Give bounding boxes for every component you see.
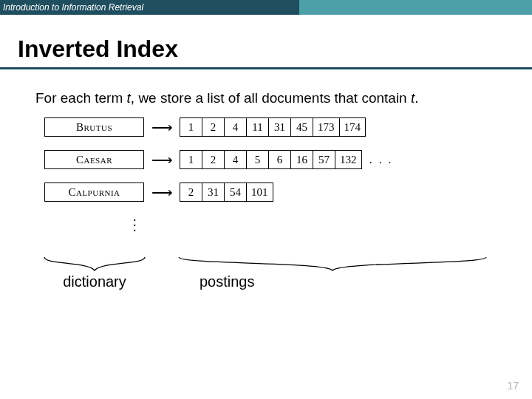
header-accent (299, 0, 532, 15)
posting-cell: 11 (246, 117, 268, 137)
index-rows: Brutus ⟶ 1 2 4 11 31 45 173 174 Caesar ⟶… (44, 117, 532, 231)
desc-part2: , we store a list of all documents that … (131, 90, 411, 106)
posting-cell: 6 (268, 150, 290, 169)
term-box: Caesar (44, 150, 144, 169)
header-bar: Introduction to Information Retrieval (0, 0, 532, 15)
slide-title: Inverted Index (18, 35, 532, 63)
posting-cell: 173 (313, 117, 339, 137)
brace-icon (177, 256, 488, 272)
posting-cell: 2 (202, 150, 224, 169)
posting-cell: 4 (224, 150, 246, 169)
desc-part1: For each term (35, 90, 127, 106)
dictionary-label: dictionary (63, 273, 126, 290)
posting-list: 1 2 4 11 31 45 173 174 (180, 117, 366, 137)
index-row: Calpurnia ⟶ 2 31 54 101 (44, 182, 532, 202)
posting-cell: 2 (180, 183, 202, 202)
posting-cell: 4 (224, 117, 246, 137)
description: For each term t, we store a list of all … (35, 90, 532, 106)
dictionary-brace: dictionary (43, 256, 146, 290)
posting-cell: 54 (224, 183, 246, 202)
course-title: Introduction to Information Retrieval (3, 2, 143, 13)
term-box: Calpurnia (44, 183, 144, 202)
desc-part3: . (415, 90, 418, 106)
posting-cell: 1 (180, 117, 202, 137)
posting-list: 1 2 4 5 6 16 57 132 (180, 150, 362, 169)
posting-cell: 16 (290, 150, 313, 169)
index-row: Caesar ⟶ 1 2 4 5 6 16 57 132 . . . (44, 149, 532, 170)
posting-cell: 31 (202, 183, 224, 202)
posting-cell: 2 (202, 117, 224, 137)
posting-cell: 57 (313, 150, 335, 169)
arrow-icon: ⟶ (144, 151, 180, 168)
term-box: Brutus (44, 117, 144, 137)
posting-cell: 5 (246, 150, 268, 169)
brace-icon (43, 256, 146, 272)
title-underline (0, 67, 532, 69)
index-row: Brutus ⟶ 1 2 4 11 31 45 173 174 (44, 117, 532, 137)
postings-label: postings (200, 273, 255, 290)
posting-cell: 132 (335, 150, 362, 169)
brace-row: dictionary postings (43, 256, 532, 290)
arrow-icon: ⟶ (144, 183, 180, 201)
posting-cell: 1 (180, 150, 202, 169)
posting-cell: 31 (268, 117, 290, 137)
posting-cell: 174 (339, 117, 366, 137)
posting-cell: 45 (290, 117, 313, 137)
posting-list: 2 31 54 101 (180, 183, 273, 202)
posting-cell: 101 (246, 183, 273, 202)
page-number: 17 (507, 380, 519, 392)
ellipsis: . . . (369, 153, 393, 166)
arrow-icon: ⟶ (144, 118, 180, 136)
header-dark: Introduction to Information Retrieval (0, 0, 299, 15)
vertical-ellipsis: ... (133, 214, 532, 231)
postings-brace: postings (177, 256, 488, 290)
